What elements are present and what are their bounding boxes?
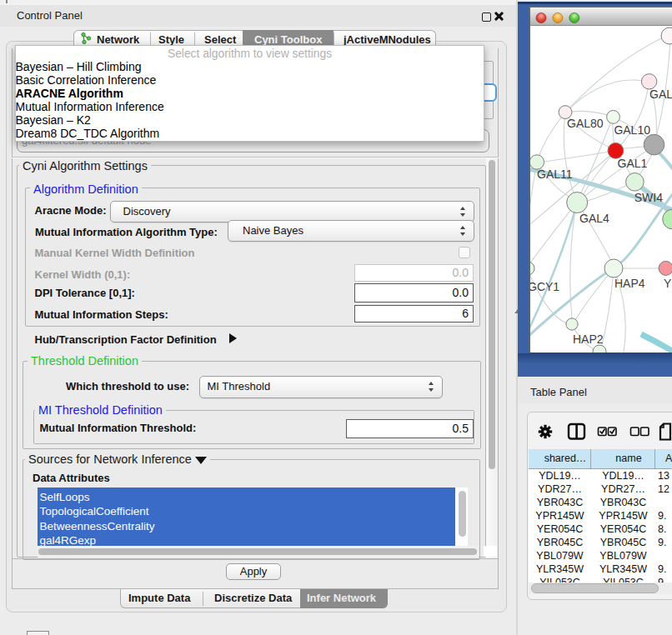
svg-text:GAL7: GAL7 xyxy=(649,88,672,101)
svg-text:GCY1: GCY1 xyxy=(530,280,559,293)
svg-text:GAL1: GAL1 xyxy=(618,157,648,170)
svg-text:HAP4: HAP4 xyxy=(614,277,645,290)
svg-text:GAL4: GAL4 xyxy=(579,212,609,225)
svg-text:GAL80: GAL80 xyxy=(567,117,604,130)
svg-text:GAL11: GAL11 xyxy=(537,168,573,181)
svg-text:SWI4: SWI4 xyxy=(634,191,663,204)
svg-text:YM: YM xyxy=(664,277,672,290)
svg-text:GAL10: GAL10 xyxy=(614,123,650,137)
svg-text:HAP2: HAP2 xyxy=(573,332,604,346)
